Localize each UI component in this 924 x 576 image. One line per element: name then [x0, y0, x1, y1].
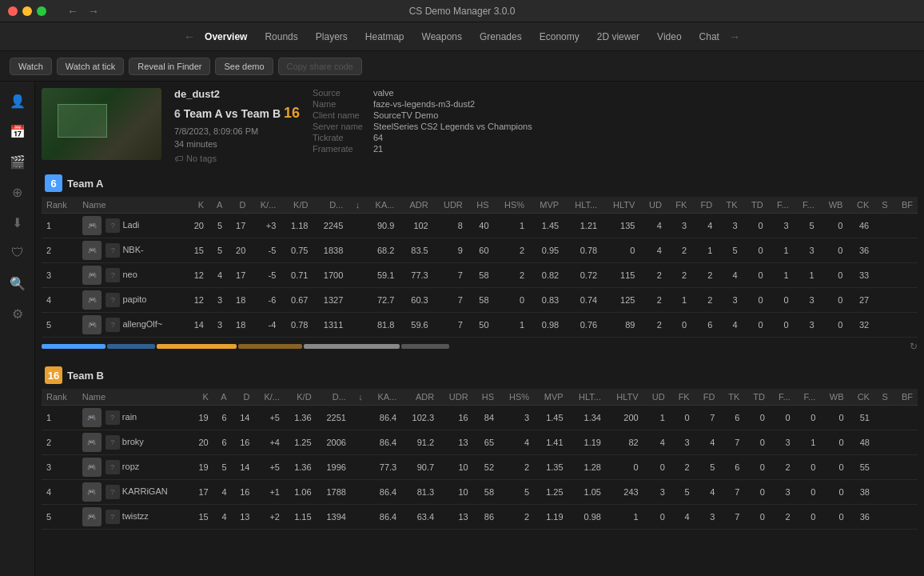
col-adr-b: ADR — [401, 389, 439, 406]
cell-udr: 7 — [433, 263, 468, 288]
sidebar-icon-person[interactable]: 👤 — [5, 88, 30, 114]
team-b-score-badge: 16 — [45, 366, 62, 384]
cell-tk: 4 — [717, 313, 742, 338]
cell-ud: 4 — [639, 214, 667, 238]
table-row[interactable]: 1 🎮 ? Ladi 20 5 17 +3 1.18 2245 90.9 102… — [42, 214, 918, 238]
refresh-icon[interactable]: ↻ — [910, 341, 918, 352]
sidebar-icon-search[interactable]: 🔍 — [5, 270, 30, 296]
copy-share-code-button[interactable]: Copy share code — [278, 58, 362, 75]
maximize-button[interactable] — [37, 6, 46, 16]
cell-hs: 52 — [473, 455, 499, 480]
tab-chat[interactable]: Chat — [691, 28, 727, 46]
cell-kd-diff: -5 — [250, 263, 281, 288]
cell-s — [874, 480, 893, 505]
app-title: CS Demo Manager 3.0.0 — [409, 6, 516, 17]
cell-tk: 6 — [719, 406, 744, 430]
nav-back-arrow[interactable]: ← — [184, 30, 195, 43]
cell-f1: 3 — [768, 214, 794, 238]
cell-f1: 0 — [768, 313, 794, 338]
cell-ka: 86.4 — [368, 406, 402, 430]
cell-fd: 2 — [691, 288, 717, 313]
cell-a: 3 — [209, 313, 227, 338]
cell-adr: 77.3 — [399, 263, 432, 288]
table-row[interactable]: 4 🎮 ? papito 12 3 18 -6 0.67 1327 72.7 6… — [42, 288, 918, 313]
framerate-value: 21 — [373, 144, 383, 154]
cell-mvp: 1.45 — [529, 214, 564, 238]
col-fd-b: FD — [695, 389, 720, 406]
nav-forward-arrow[interactable]: → — [729, 30, 740, 43]
cell-sort — [348, 238, 364, 263]
cell-hlt1: 0.72 — [564, 263, 602, 288]
cell-udr: 10 — [439, 455, 473, 480]
tab-2dviewer[interactable]: 2D viewer — [589, 28, 647, 46]
cell-hltv: 82 — [606, 430, 643, 455]
cell-tk: 5 — [717, 238, 742, 263]
tab-players[interactable]: Players — [308, 28, 356, 46]
cell-k: 12 — [185, 288, 209, 313]
tab-heatmap[interactable]: Heatmap — [357, 28, 412, 46]
tickrate-row: Tickrate 64 — [313, 133, 532, 142]
cell-ck: 27 — [847, 288, 874, 313]
cell-sort — [348, 313, 364, 338]
col-sort-b[interactable]: ↓ — [351, 389, 368, 406]
table-row[interactable]: 3 🎮 ? neo 12 4 17 -5 0.71 1700 59.1 77.3… — [42, 263, 918, 288]
cell-s — [874, 214, 892, 238]
col-k: K — [185, 197, 209, 214]
cell-hs: 58 — [473, 480, 499, 505]
cell-hs-pct: 2 — [494, 238, 530, 263]
table-row[interactable]: 5 🎮 ? allengOlf~ 14 3 18 -4 0.78 1311 81… — [42, 313, 918, 338]
table-row[interactable]: 3 🎮 ? ropz 19 5 14 +5 1.36 1996 77.3 90.… — [42, 455, 918, 480]
see-demo-button[interactable]: See demo — [215, 58, 273, 75]
watch-at-tick-button[interactable]: Watch at tick — [57, 58, 125, 75]
cell-rank: 1 — [42, 214, 78, 238]
back-button[interactable]: ← — [64, 5, 82, 18]
cell-rank: 3 — [42, 263, 78, 288]
sidebar-icon-settings[interactable]: ⚙ — [5, 301, 30, 326]
tab-overview[interactable]: Overview — [197, 28, 255, 46]
forward-button[interactable]: → — [85, 5, 102, 18]
source-value: valve — [373, 88, 394, 98]
cell-d: 14 — [232, 455, 255, 480]
col-ud: UD — [639, 197, 667, 214]
table-row[interactable]: 2 🎮 ? NBK- 15 5 20 -5 0.75 1838 68.2 83.… — [42, 238, 918, 263]
col-hs-pct-b: HS% — [499, 389, 534, 406]
cell-f1: 3 — [770, 480, 795, 505]
table-row[interactable]: 4 🎮 ? KARRiGAN 17 4 16 +1 1.06 1788 86.4… — [42, 480, 918, 505]
col-sort[interactable]: ↓ — [348, 197, 364, 214]
cell-adr: 60.3 — [399, 288, 432, 313]
sidebar-icon-shield[interactable]: 🛡 — [5, 240, 30, 266]
col-f2-b: F... — [795, 389, 821, 406]
cell-name: 🎮 ? allengOlf~ — [78, 313, 185, 338]
watch-button[interactable]: Watch — [10, 58, 52, 75]
demo-map: de_dust2 — [174, 88, 300, 100]
tab-rounds[interactable]: Rounds — [257, 28, 305, 46]
demo-source: Source valve Name faze-vs-legends-m3-dus… — [313, 88, 532, 154]
tab-economy[interactable]: Economy — [532, 28, 587, 46]
cell-kd-diff: -6 — [250, 288, 281, 313]
cell-ud: 2 — [639, 263, 667, 288]
cell-name: 🎮 ? ropz — [78, 455, 190, 480]
sidebar-icon-demo[interactable]: 🎬 — [5, 149, 30, 174]
cell-s — [874, 430, 893, 455]
cell-hs: 50 — [468, 313, 494, 338]
col-hlt1-b: HLT... — [568, 389, 606, 406]
sidebar-icon-calendar[interactable]: 📅 — [5, 118, 30, 144]
table-row[interactable]: 2 🎮 ? broky 20 6 16 +4 1.25 2006 86.4 91… — [42, 430, 918, 455]
col-fk: FK — [667, 197, 691, 214]
table-row[interactable]: 5 🎮 ? twistzz 15 4 13 +2 1.15 1394 86.4 … — [42, 505, 918, 530]
team-b-header: 16 Team B — [42, 365, 918, 386]
cell-mvp: 1.41 — [534, 430, 568, 455]
tab-grenades[interactable]: Grenades — [472, 28, 530, 46]
tab-video[interactable]: Video — [649, 28, 689, 46]
sidebar-icon-crosshair[interactable]: ⊕ — [5, 179, 30, 205]
cell-hs: 84 — [473, 406, 499, 430]
sidebar-icon-download[interactable]: ⬇ — [5, 210, 30, 235]
table-row[interactable]: 1 🎮 ? rain 19 6 14 +5 1.36 2251 86.4 102… — [42, 406, 918, 430]
tab-weapons[interactable]: Weapons — [414, 28, 470, 46]
cell-hs-pct: 2 — [499, 505, 534, 530]
col-hs: HS — [468, 197, 494, 214]
reveal-in-finder-button[interactable]: Reveal in Finder — [129, 58, 210, 75]
chart-bar-a5 — [304, 344, 400, 349]
close-button[interactable] — [8, 6, 18, 16]
minimize-button[interactable] — [22, 6, 32, 16]
